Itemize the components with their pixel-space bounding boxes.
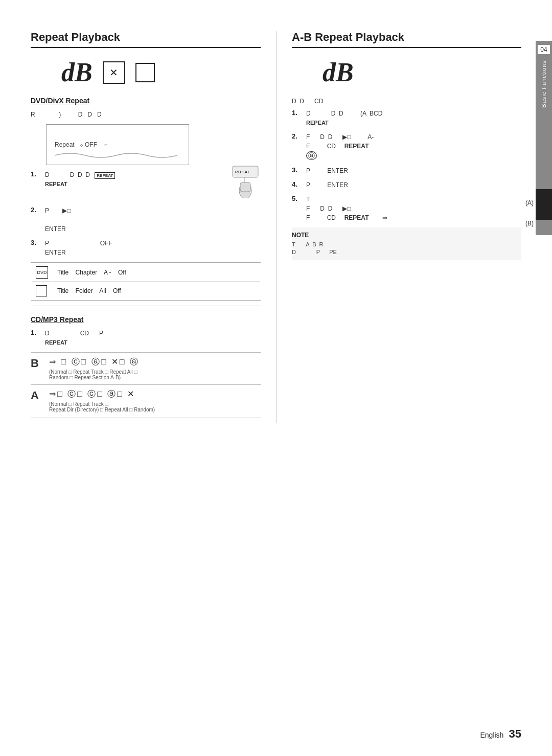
a-note: (Normal □ Repeat Track □Repeat Dir (Dire… <box>49 401 155 413</box>
table-row-dvd: DVD Title Chapter A - Off <box>32 264 260 282</box>
repeat-label-2: REPEAT <box>344 143 369 150</box>
step-num-2: 2. <box>31 206 45 214</box>
step-content-2: P ▶□ ENTER <box>45 206 261 234</box>
ab-step-content-2: F D D ▶□ A- F CD REPEAT ⓐ <box>306 132 521 161</box>
ab-step-content-4: P ENTER <box>306 180 521 190</box>
repeat-badge: REPEAT <box>95 172 115 179</box>
ab-steps: 1. D D D (A BCD REPEAT 2. F D D ▶□ A- F <box>292 109 521 222</box>
ab-step-3: 3. P ENTER <box>292 166 521 175</box>
ab-step-5: 5. T F D D ▶□ F CD REPEAT ⇒ <box>292 195 521 222</box>
b-label: B <box>31 357 45 370</box>
mode-table: DVD Title Chapter A - Off Title Folder A… <box>31 262 261 301</box>
chapter-number: 04 <box>538 45 550 54</box>
divider-1 <box>31 306 261 306</box>
cd-step-num-1: 1. <box>31 329 45 336</box>
dvd-step-1: 1. D D D D REPEAT REPEAT <box>31 170 261 201</box>
dvd-icon-cell: DVD <box>32 264 52 282</box>
cd-row-a: A ⇒□ ⓒ□ ⓒ□ ⓐ□ ✕ (Normal □ Repeat Track □… <box>31 384 261 413</box>
cd-icon-cell <box>32 283 52 299</box>
db-icon-right: dB <box>323 57 354 87</box>
ab-circle-icon: ⓐ <box>306 151 317 160</box>
ab-step-content-3: P ENTER <box>306 166 521 175</box>
svg-rect-3 <box>240 182 250 192</box>
ab-step-num-2: 2. <box>292 132 306 140</box>
cd-row-b: B ⇒ □ ⓒ□ ⓐ□ ✕□ ⓐ (Normal □ Repeat Track … <box>31 352 261 380</box>
ab-step-4: 4. P ENTER <box>292 180 521 190</box>
x-box-icon <box>103 61 125 84</box>
cd-mp3-subtitle: CD/MP3 Repeat <box>31 315 261 324</box>
ab-step-num-1: 1. <box>292 109 306 117</box>
a-icons: ⇒□ ⓒ□ ⓒ□ ⓐ□ ✕ <box>49 389 155 400</box>
ab-step-num-5: 5. <box>292 195 306 202</box>
dvd-step-2: 2. P ▶□ ENTER <box>31 206 261 234</box>
step-num-3: 3. <box>31 239 45 246</box>
chapter-label: Basic Functions <box>541 60 547 108</box>
dvd-modes-cell: Title Chapter A - Off <box>53 264 260 282</box>
right-icon-row: dB <box>323 57 521 87</box>
left-section-title: Repeat Playback <box>31 31 261 48</box>
b-icons: ⇒ □ ⓒ□ ⓐ□ ✕□ ⓐ <box>49 357 140 368</box>
dvd-divx-subtitle: DVD/DivX Repeat <box>31 97 261 105</box>
repeat-label-5: REPEAT <box>344 214 369 221</box>
screen-box: Repeat ⬦ OFF ↩ <box>46 124 189 165</box>
dvd-step-3: 3. P OFFENTER <box>31 239 261 257</box>
page-container: 04 Basic Functions (A) (B) Repeat Playba… <box>0 0 552 756</box>
note-box: NOTE T A B R D P PE <box>292 227 521 261</box>
step-content-1: D D D D REPEAT REPEAT <box>45 170 261 201</box>
right-column: A-B Repeat Playback dB D D CD 1. D D D (… <box>276 31 521 423</box>
cd-step-content-1: D CD P REPEAT <box>45 329 261 347</box>
cd-square-icon <box>36 285 47 296</box>
step-content-3: P OFFENTER <box>45 239 261 257</box>
cd-repeat-label: REPEAT <box>45 339 67 346</box>
left-icon-row: dB <box>61 57 261 87</box>
svg-text:REPEAT: REPEAT <box>235 170 250 174</box>
ab-step-content-5: T F D D ▶□ F CD REPEAT ⇒ <box>306 195 521 222</box>
ab-step-num-3: 3. <box>292 166 306 174</box>
note-title: NOTE <box>292 232 521 239</box>
main-columns: Repeat Playback dB DVD/DivX Repeat R ) D… <box>31 31 521 423</box>
ab-step-1: 1. D D D (A BCD REPEAT <box>292 109 521 127</box>
dvd-icon: DVD <box>36 266 48 279</box>
finger-graphic: REPEAT <box>230 165 261 201</box>
sidebar-label-b: (B) <box>525 220 534 227</box>
divider-2 <box>31 418 261 418</box>
ab-intro-text: D D CD <box>292 97 521 106</box>
square-icon <box>135 63 155 82</box>
note-text: T A B R D P PE <box>292 241 521 257</box>
left-column: Repeat Playback dB DVD/DivX Repeat R ) D… <box>31 31 276 423</box>
ab-repeat-1: REPEAT <box>306 120 329 126</box>
ab-step-2: 2. F D D ▶□ A- F CD REPEAT ⓐ <box>292 132 521 161</box>
db-icon-left: dB <box>61 57 93 87</box>
ab-step-num-4: 4. <box>292 180 306 188</box>
page-label: English <box>480 731 503 739</box>
a-content: ⇒□ ⓒ□ ⓒ□ ⓐ□ ✕ (Normal □ Repeat Track □Re… <box>49 389 155 413</box>
b-content: ⇒ □ ⓒ□ ⓐ□ ✕□ ⓐ (Normal □ Repeat Track □ … <box>49 357 140 380</box>
squiggle-svg <box>55 150 177 161</box>
a-label: A <box>31 389 45 402</box>
cd-step-1: 1. D CD P REPEAT <box>31 329 261 347</box>
dvd-intro-text: R ) D D D <box>31 110 261 119</box>
sidebar-black-block <box>536 189 552 220</box>
right-section-title: A-B Repeat Playback <box>292 31 521 48</box>
step-num-1: 1. <box>31 170 45 178</box>
page-number-area: English 35 <box>480 727 521 741</box>
b-note: (Normal □ Repeat Track □ Repeat All □Ran… <box>49 369 140 380</box>
step-1-sub: REPEAT <box>45 181 67 187</box>
table-row-cd: Title Folder All Off <box>32 283 260 299</box>
sidebar-label-a: (A) <box>525 199 534 207</box>
screen-text: Repeat ⬦ OFF ↩ <box>55 141 107 148</box>
page-number: 35 <box>509 727 521 740</box>
ab-step-content-1: D D D (A BCD REPEAT <box>306 109 521 127</box>
finger-svg: REPEAT <box>230 165 261 198</box>
cd-modes-cell: Title Folder All Off <box>53 283 260 299</box>
